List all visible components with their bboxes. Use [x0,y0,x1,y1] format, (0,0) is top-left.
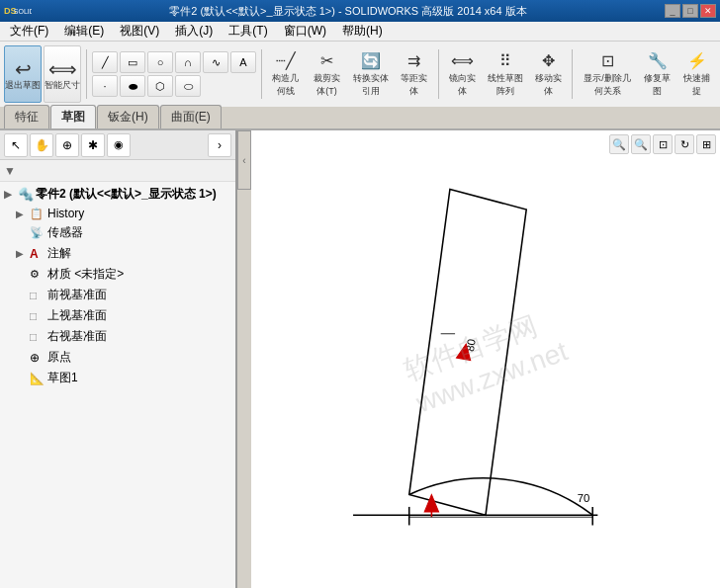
zoom-out-button[interactable]: 🔍 [631,134,651,154]
right-plane-label: 右视基准面 [47,328,107,345]
menu-item-帮助H[interactable]: 帮助(H) [336,21,389,42]
canvas-area: 🔍 🔍 ⊡ ↻ ⊞ 软件自学网www.zxw.net 80 [251,130,720,588]
construction-geometry-button[interactable]: ┈╱ 构造几何线 [267,46,306,102]
rect-btn[interactable]: ▭ [120,51,145,73]
cursor-tool-button[interactable]: ↖ [4,133,28,157]
view-options-button[interactable]: ⊞ [696,134,716,154]
menu-item-窗口W[interactable]: 窗口(W) [278,21,332,42]
filter-icon: ▼ [4,164,16,178]
rotate-button[interactable]: ↻ [675,134,694,154]
tree-item-annotations[interactable]: ▶ A 注解 [0,243,235,264]
circle-btn[interactable]: ○ [147,51,173,73]
convert-entities-button[interactable]: 🔄 转换实体引用 [349,46,394,102]
menu-item-工具T[interactable]: 工具(T) [223,21,273,42]
snap-label: 快速捕捉 [681,72,713,98]
move-entity-button[interactable]: ✥ 移动实体 [529,46,567,102]
toolbar-row: ↩ 退出草图 ⟺ 智能尺寸 ╱ ▭ ○ ∩ ∿ A · ⬬ ⬡ ⬭ [0,42,720,107]
expand-panel-button[interactable]: › [208,133,231,157]
relations-icon: ⊡ [601,50,614,72]
polygon-btn[interactable]: ⬡ [147,75,173,97]
move-icon: ✥ [542,50,555,72]
material-label: 材质 <未指定> [47,266,124,283]
window-controls: _ □ ✕ [665,4,716,18]
ellipse-btn[interactable]: ⬭ [175,75,201,97]
offset-label: 等距实体 [399,72,430,98]
sensors-label: 传感器 [47,224,83,241]
app-logo: DS SOLIDWORKS [4,3,32,19]
repair-sketch-button[interactable]: 🔧 修复草图 [639,46,676,102]
canvas-toolbar: 🔍 🔍 ⊡ ↻ ⊞ [609,134,716,154]
repair-icon: 🔧 [648,50,668,72]
annotations-expand-icon: ▶ [16,248,30,259]
tree-item-history[interactable]: ▶ 📋 History [0,205,235,222]
line-btn[interactable]: ╱ [92,51,118,73]
linear-pattern-label: 线性草图阵列 [486,72,524,98]
zoom-in-button[interactable]: 🔍 [609,134,629,154]
trim-button[interactable]: ✂ 裁剪实体(T) [307,46,346,102]
menu-bar: 文件(F)编辑(E)视图(V)插入(J)工具(T)窗口(W)帮助(H) [0,22,720,42]
main-area: ↖ ✋ ⊕ ✱ ◉ › ▼ ▶ 🔩 零件2 (默认<<默认>_显示状态 1>) … [0,130,720,588]
snap-icon: ⚡ [687,50,707,72]
root-label: 零件2 (默认<<默认>_显示状态 1>) [36,186,217,203]
tab-0[interactable]: 特征 [4,105,49,128]
sensors-icon: 📡 [30,226,47,239]
maximize-button[interactable]: □ [682,4,698,18]
sketch-canvas: 80 70 [251,130,720,588]
history-icon: 📋 [30,208,47,220]
smart-dimension-button[interactable]: ⟺ 智能尺寸 [44,45,81,103]
sketch1-icon: 📐 [30,372,47,385]
linear-sketch-pattern-button[interactable]: ⠿ 线性草图阵列 [483,46,527,102]
convert-label: 转换实体引用 [352,72,391,98]
panel-splitter[interactable]: ‹ [237,130,251,190]
minimize-button[interactable]: _ [665,4,680,18]
relations-label: 显示/删除几何关系 [581,72,634,98]
tree-item-material[interactable]: ⚙ 材质 <未指定> [0,264,235,285]
star-tool-button[interactable]: ✱ [81,133,105,157]
offset-entities-button[interactable]: ⇉ 等距实体 [396,46,433,102]
mirror-button[interactable]: ⟺ 镜向实体 [443,46,481,102]
toolbar-sep-2 [261,49,262,99]
tree-item-front-plane[interactable]: □ 前视基准面 [0,285,235,305]
exit-sketch-icon: ↩ [15,57,32,81]
tree-item-right-plane[interactable]: □ 右视基准面 [0,326,235,347]
offset-icon: ⇉ [407,50,420,72]
menu-item-视图V[interactable]: 视图(V) [114,21,165,42]
toolbar-sep-3 [438,49,439,99]
menu-item-文件F[interactable]: 文件(F) [4,21,54,42]
arc-btn[interactable]: ∩ [175,51,201,73]
slot-btn[interactable]: ⬬ [120,75,145,97]
tree-item-origin[interactable]: ⊕ 原点 [0,347,235,368]
target-tool-button[interactable]: ⊕ [55,133,79,157]
toolbar-sep-1 [86,49,87,99]
tab-row: 特征草图钣金(H)曲面(E) [0,107,720,128]
pan-tool-button[interactable]: ✋ [30,133,53,157]
material-icon: ⚙ [30,268,47,281]
spline-btn[interactable]: ∿ [203,51,228,73]
menu-item-编辑E[interactable]: 编辑(E) [58,21,110,42]
tree-item-top-plane[interactable]: □ 上视基准面 [0,305,235,326]
origin-icon: ⊕ [30,351,47,365]
tab-2[interactable]: 钣金(H) [97,105,159,128]
tree-item-sensors[interactable]: 📡 传感器 [0,222,235,243]
mirror-icon: ⟺ [451,50,474,72]
close-button[interactable]: ✕ [700,4,716,18]
tree-root-item[interactable]: ▶ 🔩 零件2 (默认<<默认>_显示状态 1>) [0,184,235,205]
top-plane-label: 上视基准面 [47,307,107,324]
display-delete-relations-button[interactable]: ⊡ 显示/删除几何关系 [578,46,637,102]
display-tool-button[interactable]: ◉ [107,133,131,157]
tree-item-sketch1[interactable]: 📐 草图1 [0,368,235,388]
quick-snap-button[interactable]: ⚡ 快速捕捉 [678,46,716,102]
point-btn[interactable]: · [92,75,118,97]
tab-1[interactable]: 草图 [50,105,96,128]
feature-tree: ▶ 🔩 零件2 (默认<<默认>_显示状态 1>) ▶ 📋 History 📡 … [0,182,235,588]
zoom-fit-button[interactable]: ⊡ [653,134,673,154]
front-plane-icon: □ [30,289,47,302]
part-icon: 🔩 [18,187,36,202]
tab-3[interactable]: 曲面(E) [160,105,222,128]
menu-item-插入J[interactable]: 插入(J) [169,21,219,42]
construction-label: 构造几何线 [270,72,303,98]
history-expand-icon: ▶ [16,209,30,219]
text-btn[interactable]: A [230,51,256,73]
sketch1-label: 草图1 [47,370,78,386]
exit-sketch-button[interactable]: ↩ 退出草图 [4,45,42,103]
